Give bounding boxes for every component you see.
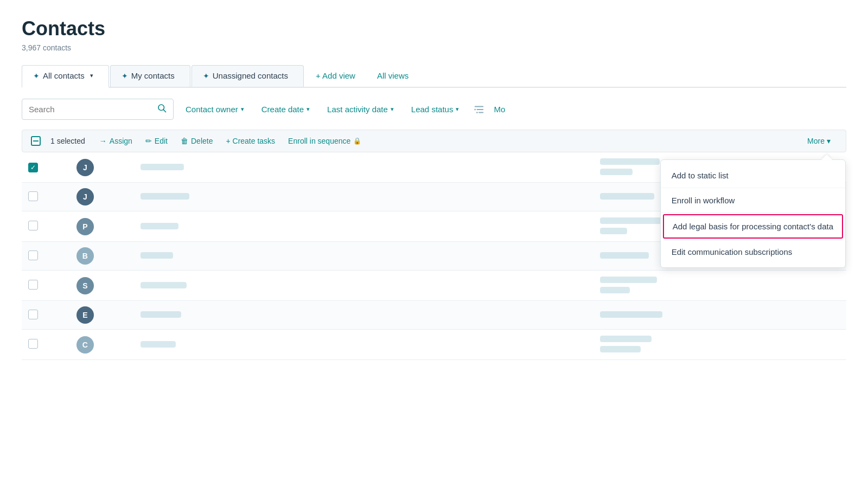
name-blur-bar xyxy=(141,282,187,288)
pin-icon: ✦ xyxy=(33,72,40,80)
data-blur-bar-1b xyxy=(600,169,633,175)
selected-count: 1 selected xyxy=(50,137,85,145)
data-cell-1 xyxy=(593,271,846,301)
row-checkbox-cell xyxy=(22,152,70,183)
spacer-cell xyxy=(387,330,593,360)
delete-button[interactable]: 🗑 Delete xyxy=(174,134,219,147)
assign-label: Assign xyxy=(110,137,132,145)
enroll-sequence-button[interactable]: Enroll in sequence 🔒 xyxy=(282,134,368,147)
all-views-button[interactable]: All views xyxy=(366,66,419,87)
last-activity-filter[interactable]: Last activity date ▾ xyxy=(322,101,399,118)
avatar-cell: P xyxy=(70,211,135,242)
filter-bar: Contact owner ▾ Create date ▾ Last activ… xyxy=(22,99,846,120)
tab-all-contacts[interactable]: ✦ All contacts ▾ xyxy=(22,65,109,88)
data-cell-1 xyxy=(593,301,846,330)
table-row: C xyxy=(22,330,846,360)
more-dropdown-menu: Add to static list Enroll in workflow Ad… xyxy=(660,159,846,268)
avatar-cell: S xyxy=(70,271,135,301)
avatar-row7: C xyxy=(76,336,94,354)
search-icon-button[interactable] xyxy=(157,103,167,115)
tab-all-contacts-label: All contacts xyxy=(43,71,85,80)
name-blur-bar xyxy=(141,311,181,318)
select-all-checkbox[interactable] xyxy=(31,136,41,146)
name-blur-bar xyxy=(141,252,173,259)
contact-owner-filter[interactable]: Contact owner ▾ xyxy=(180,101,250,118)
row-checkbox-row5[interactable] xyxy=(28,280,38,290)
spacer-cell xyxy=(387,301,593,330)
name-cell xyxy=(134,211,387,242)
add-view-button[interactable]: + Add view xyxy=(305,66,366,87)
contact-count: 3,967 contacts xyxy=(22,43,846,52)
data-blur-bar-1b xyxy=(600,228,627,234)
data-blur-bar-1 xyxy=(600,277,657,283)
data-blur-bar-1 xyxy=(600,193,654,200)
search-box xyxy=(22,99,174,120)
data-blur-bar-1 xyxy=(600,158,660,165)
chevron-down-icon-more: ▾ xyxy=(827,137,831,145)
more-filters-label[interactable]: Mo xyxy=(494,105,505,114)
assign-icon: → xyxy=(99,137,107,145)
avatar-cell: E xyxy=(70,301,135,330)
name-cell xyxy=(134,183,387,211)
name-blur-bar xyxy=(141,164,184,170)
spacer-cell xyxy=(387,183,593,211)
data-blur-bar-1 xyxy=(600,252,649,259)
filter-divider xyxy=(471,104,487,115)
row-checkbox-cell xyxy=(22,242,70,271)
page-title: Contacts xyxy=(22,17,846,40)
dropdown-add-legal-basis[interactable]: Add legal basis for processing contact's… xyxy=(663,214,843,239)
pin-icon-2: ✦ xyxy=(122,72,128,80)
delete-label: Delete xyxy=(191,137,213,145)
more-button[interactable]: More ▾ xyxy=(801,134,837,147)
name-cell xyxy=(134,330,387,360)
tab-my-contacts-label: My contacts xyxy=(131,71,175,80)
row-checkbox-cell xyxy=(22,330,70,360)
name-cell xyxy=(134,301,387,330)
create-date-filter[interactable]: Create date ▾ xyxy=(256,101,315,118)
search-input[interactable] xyxy=(29,105,157,114)
avatar-row1: J xyxy=(76,159,94,176)
spacer-cell xyxy=(387,152,593,183)
name-cell xyxy=(134,242,387,271)
lock-icon: 🔒 xyxy=(353,137,361,145)
spacer-cell xyxy=(387,211,593,242)
data-blur-bar-1 xyxy=(600,217,665,224)
row-checkbox-cell xyxy=(22,271,70,301)
edit-icon: ✏ xyxy=(145,137,152,145)
chevron-down-icon-lead: ▾ xyxy=(456,106,459,113)
tab-unassigned-contacts[interactable]: ✦ Unassigned contacts xyxy=(192,65,304,87)
data-blur-bar-1b xyxy=(600,287,630,293)
table-row: E xyxy=(22,301,846,330)
row-checkbox-row1[interactable] xyxy=(28,163,38,172)
data-blur-bar-1 xyxy=(600,336,652,342)
dropdown-enroll-workflow[interactable]: Enroll in workflow xyxy=(661,188,845,213)
avatar-row4: B xyxy=(76,247,94,265)
row-checkbox-row3[interactable] xyxy=(28,221,38,230)
row-checkbox-cell xyxy=(22,211,70,242)
edit-button[interactable]: ✏ Edit xyxy=(139,134,174,147)
chevron-down-icon-date: ▾ xyxy=(307,106,310,113)
table-row: S xyxy=(22,271,846,301)
row-checkbox-row7[interactable] xyxy=(28,339,38,349)
create-tasks-button[interactable]: + Create tasks xyxy=(219,134,282,147)
last-activity-label: Last activity date xyxy=(327,105,388,114)
enroll-sequence-label: Enroll in sequence xyxy=(288,137,350,145)
row-checkbox-row6[interactable] xyxy=(28,310,38,319)
action-bar-wrapper: 1 selected → Assign ✏ Edit 🗑 Delete + Cr… xyxy=(22,130,846,360)
create-date-label: Create date xyxy=(261,105,304,114)
data-blur-bar-1b xyxy=(600,346,641,352)
row-checkbox-row4[interactable] xyxy=(28,251,38,260)
lead-status-label: Lead status xyxy=(411,105,454,114)
row-checkbox-row2[interactable] xyxy=(28,191,38,201)
dropdown-edit-communication[interactable]: Edit communication subscriptions xyxy=(661,240,845,264)
dropdown-add-static-list[interactable]: Add to static list xyxy=(661,163,845,188)
avatar-cell: B xyxy=(70,242,135,271)
assign-button[interactable]: → Assign xyxy=(93,134,139,147)
tab-unassigned-contacts-label: Unassigned contacts xyxy=(213,71,288,80)
avatar-cell: J xyxy=(70,183,135,211)
tab-my-contacts[interactable]: ✦ My contacts xyxy=(110,65,190,87)
create-tasks-label: + Create tasks xyxy=(226,137,275,145)
pin-icon-3: ✦ xyxy=(203,72,209,80)
row-checkbox-cell xyxy=(22,301,70,330)
lead-status-filter[interactable]: Lead status ▾ xyxy=(406,101,465,118)
